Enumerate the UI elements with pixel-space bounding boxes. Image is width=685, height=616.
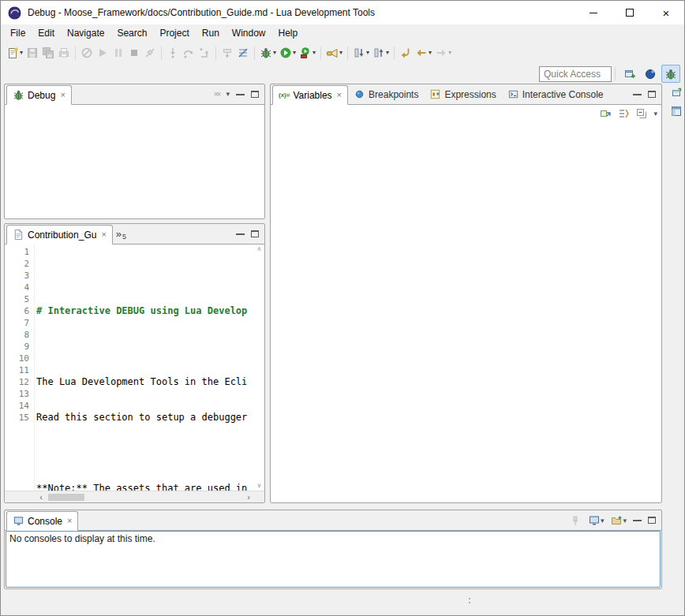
minimize-view-icon[interactable]: [236, 233, 245, 235]
menu-window[interactable]: Window: [226, 24, 272, 42]
minimize-view-icon[interactable]: [633, 94, 642, 95]
show-logical-structures-button[interactable]: [617, 107, 630, 120]
editor-line[interactable]: The Lua Development Tools in the Ecli: [36, 376, 254, 388]
line-number[interactable]: 11: [5, 364, 29, 376]
maximize-view-icon[interactable]: [648, 91, 656, 98]
editor-line[interactable]: [36, 270, 254, 282]
view-menu-icon[interactable]: ▾: [226, 91, 230, 98]
next-annotation-button[interactable]: ▾: [351, 44, 371, 62]
line-number[interactable]: 9: [5, 341, 29, 353]
tab-contribution-guide[interactable]: Contribution_Gu ×: [6, 225, 113, 245]
dropdown-arrow-icon[interactable]: ▾: [601, 517, 605, 525]
close-tab-icon[interactable]: ×: [60, 91, 65, 99]
run-button[interactable]: ▾: [278, 44, 298, 62]
quick-access-input[interactable]: Quick Access: [539, 66, 612, 82]
close-button[interactable]: ×: [648, 1, 684, 24]
editor-line[interactable]: # Interactive DEBUG using Lua Develop: [36, 305, 254, 317]
menu-navigate[interactable]: Navigate: [61, 24, 110, 42]
editor-vertical-scrollbar[interactable]: ∧ ∨: [254, 245, 264, 491]
menu-edit[interactable]: Edit: [32, 24, 61, 42]
previous-annotation-button[interactable]: ▾: [371, 44, 391, 62]
show-type-names-button[interactable]: [599, 107, 612, 120]
line-number[interactable]: 1: [5, 246, 29, 258]
search-button[interactable]: ▾: [324, 44, 344, 62]
scrollbar-thumb[interactable]: [48, 494, 84, 501]
tab-variables[interactable]: (x)= Variables ×: [272, 85, 348, 105]
dropdown-arrow-icon[interactable]: ▾: [20, 50, 23, 56]
editor-horizontal-scrollbar[interactable]: ‹ ›: [36, 491, 254, 502]
back-button[interactable]: ▾: [414, 44, 433, 62]
dropdown-arrow-icon[interactable]: ▾: [339, 50, 342, 56]
dropdown-arrow-icon[interactable]: ▾: [273, 50, 276, 56]
maximize-view-icon[interactable]: [251, 91, 259, 98]
scroll-down-icon[interactable]: ∨: [257, 483, 262, 489]
maximize-view-icon[interactable]: [251, 230, 259, 237]
view-menu-icon[interactable]: ▾: [653, 110, 657, 118]
display-selected-console-button[interactable]: ▾: [588, 514, 605, 527]
dropdown-arrow-icon[interactable]: ▾: [313, 50, 316, 56]
line-number[interactable]: 10: [5, 353, 29, 364]
menu-help[interactable]: Help: [272, 24, 305, 42]
open-perspective-button[interactable]: [620, 65, 639, 83]
menu-project[interactable]: Project: [153, 24, 195, 42]
dropdown-arrow-icon[interactable]: ▾: [366, 50, 369, 56]
status-grip[interactable]: [469, 598, 471, 606]
line-number[interactable]: 15: [5, 412, 29, 424]
dropdown-arrow-icon[interactable]: ▾: [293, 50, 296, 56]
line-number[interactable]: 3: [5, 270, 29, 282]
minimize-view-icon[interactable]: [633, 520, 642, 521]
tab-console[interactable]: Console ×: [6, 511, 78, 531]
tab-overflow-chevron[interactable]: » 5: [113, 224, 129, 244]
scroll-left-icon[interactable]: ‹: [36, 493, 47, 502]
minimize-view-icon[interactable]: [236, 94, 245, 95]
tab-interactive-console[interactable]: Interactive Console: [502, 84, 609, 104]
menu-file[interactable]: File: [4, 24, 32, 42]
close-tab-icon[interactable]: ×: [67, 517, 72, 525]
console-message-area[interactable]: No consoles to display at this time.: [6, 531, 661, 588]
maximize-view-icon[interactable]: [648, 517, 656, 524]
use-step-filters-button[interactable]: [235, 44, 251, 62]
line-number[interactable]: 7: [5, 317, 29, 329]
last-edit-location-button[interactable]: [398, 44, 414, 62]
restore-view-button[interactable]: [670, 86, 683, 99]
editor-line[interactable]: Read this section to setup a debugger: [36, 412, 254, 424]
close-tab-icon[interactable]: ×: [101, 230, 106, 239]
new-button[interactable]: ▾: [5, 44, 24, 62]
editor-line[interactable]: [36, 341, 254, 353]
minimized-view-button[interactable]: [670, 105, 683, 118]
menu-bar: File Edit Navigate Search Project Run Wi…: [1, 24, 684, 42]
lua-perspective-button[interactable]: [641, 65, 660, 83]
menu-search[interactable]: Search: [110, 24, 153, 42]
line-number[interactable]: 2: [5, 258, 29, 270]
maximize-button[interactable]: [612, 1, 648, 24]
line-number-ruler[interactable]: 1 2 3 4 5 6 7 8 9 10 11 12 13 14 15: [5, 245, 35, 491]
tab-expressions[interactable]: Expressions: [424, 84, 501, 104]
dropdown-arrow-icon[interactable]: ▾: [623, 517, 627, 525]
collapse-all-button[interactable]: [635, 107, 648, 120]
editor-text-area[interactable]: # Interactive DEBUG using Lua Develop Th…: [35, 245, 254, 491]
dropdown-arrow-icon[interactable]: ▾: [386, 50, 389, 56]
close-tab-icon[interactable]: ×: [337, 91, 342, 99]
debug-button[interactable]: ▾: [258, 44, 278, 62]
minimize-button[interactable]: [575, 1, 612, 24]
tab-breakpoints[interactable]: Breakpoints: [348, 84, 424, 104]
tab-label: Expressions: [444, 89, 496, 100]
line-number[interactable]: 4: [5, 282, 29, 293]
debug-perspective-button[interactable]: [661, 65, 680, 83]
editor-line[interactable]: **Note:** The assets that are used in: [36, 483, 254, 491]
line-number[interactable]: 13: [5, 388, 29, 400]
editor-line[interactable]: [36, 447, 254, 459]
open-console-button[interactable]: ▾: [610, 514, 627, 527]
line-number[interactable]: 6: [5, 305, 29, 317]
tab-debug[interactable]: Debug ×: [6, 85, 72, 105]
scroll-up-icon[interactable]: ∧: [257, 246, 262, 252]
scroll-right-icon[interactable]: ›: [243, 493, 254, 502]
line-number[interactable]: 5: [5, 293, 29, 305]
line-number[interactable]: 8: [5, 329, 29, 341]
dropdown-arrow-icon[interactable]: ▾: [429, 50, 432, 56]
line-number[interactable]: 14: [5, 400, 29, 412]
menu-run[interactable]: Run: [196, 24, 226, 42]
terminate-icon: [128, 47, 140, 59]
external-tools-button[interactable]: ▾: [298, 44, 317, 62]
line-number[interactable]: 12: [5, 376, 29, 388]
